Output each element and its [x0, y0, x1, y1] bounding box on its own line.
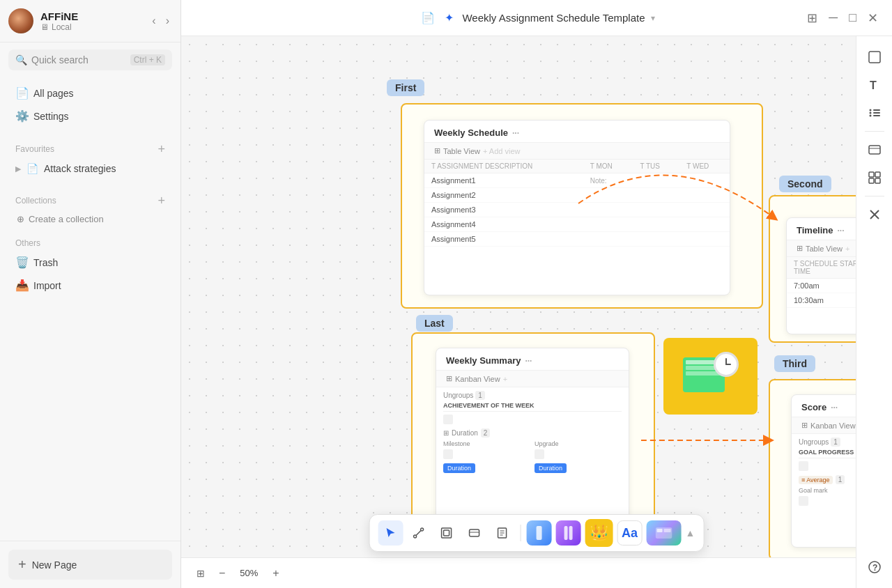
zoom-fit-button[interactable]: ⊞ [192, 566, 209, 580]
page-title: Weekly Assignment Schedule Template [462, 12, 645, 24]
doc-last-content: Ungroups 1 ACHIEVEMENT OF THE WEEK ⊞ Dur… [436, 387, 629, 477]
svg-point-23 [869, 115, 871, 117]
thumbnail-yellow [663, 338, 758, 415]
collections-section: Collections + ⊕ Create a collection [0, 183, 180, 233]
svg-rect-29 [869, 178, 874, 183]
zoom-bar: ⊞ − 50% + [181, 557, 856, 588]
sidebar-item-trash[interactable]: 🗑️ Trash [8, 251, 172, 274]
nav-back-button[interactable]: ‹ [149, 12, 158, 30]
label-last: Last [416, 315, 453, 332]
nav-forward-button[interactable]: › [163, 12, 172, 30]
right-tool-list-button[interactable] [862, 100, 887, 125]
favourites-header: Favourites + [8, 136, 172, 158]
favourites-add-button[interactable]: + [157, 143, 165, 155]
right-tool-rect-button[interactable] [862, 45, 887, 70]
doc-card-first[interactable]: Weekly Schedule ··· ⊞ Table View + Add v… [424, 120, 730, 295]
local-icon: 🖥 [40, 22, 49, 32]
sidebar-item-import[interactable]: 📥 Import [8, 274, 172, 297]
right-tool-sep-1 [865, 131, 884, 132]
sidebar-item-settings[interactable]: ⚙️ Settings [8, 105, 172, 127]
table-row: Assignment2 [424, 188, 730, 203]
all-pages-label: All pages [33, 88, 74, 99]
nav-arrows: ‹ › [149, 12, 172, 30]
right-tool-embed2-button[interactable] [862, 137, 887, 162]
edgeless-icon[interactable]: ✦ [442, 8, 456, 27]
col-wed: T WED [679, 160, 730, 173]
tool-color1-button[interactable] [527, 520, 552, 546]
right-tool-close-button[interactable] [862, 202, 887, 227]
new-page-label: New Page [32, 559, 77, 571]
duration-tag-1: Duration [443, 463, 475, 473]
tool-color3-button[interactable]: 👑 [585, 519, 613, 547]
trash-icon: 🗑️ [15, 256, 28, 269]
search-bar[interactable]: 🔍 Quick search Ctrl + K [8, 49, 172, 70]
right-tool-text-button[interactable]: T [862, 72, 887, 98]
close-button[interactable]: ✕ [865, 8, 881, 29]
zoom-in-button[interactable]: + [270, 564, 282, 582]
create-collection-label: Create a collection [29, 214, 104, 224]
sidebar-toggle-button[interactable]: ⊞ [804, 8, 820, 29]
doc-card-last[interactable]: Weekly Summary ··· ⊞ Kanban View + Ungro… [436, 348, 629, 536]
col-tus: T TUS [633, 160, 679, 173]
doc-second-title: Timeline [797, 225, 833, 235]
tool-pointer-button[interactable] [378, 520, 403, 546]
table-row: Assignment1 Note: [424, 173, 730, 188]
tool-frame-button[interactable] [434, 520, 459, 546]
tool-connector-button[interactable] [406, 520, 431, 546]
doc-first-subheader: ⊞ Table View + Add view [424, 143, 730, 160]
favourites-label: Favourites [15, 144, 54, 154]
logo-text-area: AFFiNE 🖥 Local [40, 10, 78, 32]
document-icon[interactable]: 📄 [418, 8, 438, 27]
tool-note-button[interactable] [490, 520, 515, 546]
import-icon: 📥 [15, 279, 28, 292]
new-page-button[interactable]: + New Page [8, 550, 172, 580]
search-shortcut: Ctrl + K [130, 54, 165, 65]
tool-color2-button[interactable] [556, 520, 581, 546]
svg-rect-25 [869, 146, 880, 154]
svg-rect-17 [869, 52, 880, 63]
doc-last-menu-icon: ··· [525, 356, 532, 366]
search-icon: 🔍 [15, 54, 27, 65]
doc-second-view: Table View [806, 245, 843, 253]
right-tool-grid-button[interactable] [862, 165, 887, 190]
tool-embed-button[interactable] [462, 520, 487, 546]
canvas-area[interactable]: First Second Last Third Weekly Schedule … [181, 36, 892, 588]
zoom-out-button[interactable]: − [216, 564, 228, 582]
import-label: Import [33, 280, 61, 291]
create-collection-button[interactable]: ⊕ Create a collection [10, 210, 171, 229]
doc-first-table: T ASSIGNMENT DESCRIPTION T MON T TUS T W… [424, 160, 730, 247]
svg-text:T: T [870, 79, 877, 91]
others-section: Others 🗑️ Trash 📥 Import [0, 233, 180, 297]
sidebar-header: AFFiNE 🖥 Local ‹ › [0, 0, 180, 42]
doc-first-menu-icon: ··· [512, 128, 519, 138]
search-label: Quick search [31, 54, 89, 65]
attack-strategies-label: Attack strategies [44, 163, 116, 174]
tool-font-button[interactable]: Aa [617, 520, 643, 546]
tool-template-button[interactable] [647, 520, 682, 546]
table-icon: ⊞ [434, 146, 440, 155]
topbar: 📄 ✦ Weekly Assignment Schedule Template … [181, 0, 892, 36]
doc-third-title: Score [801, 402, 826, 412]
logo-area: AFFiNE 🖥 Local [8, 8, 78, 33]
new-page-plus-icon: + [18, 557, 26, 573]
right-tool-help-button[interactable]: ? [862, 555, 887, 580]
doc-first-title: Weekly Schedule [434, 127, 508, 138]
app-name: AFFiNE [40, 10, 78, 22]
svg-text:?: ? [872, 563, 877, 573]
table-icon-2: ⊞ [797, 244, 803, 253]
svg-rect-22 [873, 112, 880, 114]
svg-rect-12 [564, 526, 568, 540]
minimize-button[interactable]: ─ [826, 8, 840, 28]
svg-rect-11 [537, 526, 542, 540]
logo-avatar [8, 8, 33, 33]
right-tools-panel: T ? [856, 36, 892, 588]
duration-tag-2: Duration [535, 463, 567, 473]
toolbar-collapse-button[interactable]: ▲ [686, 527, 695, 539]
maximize-button[interactable]: □ [846, 8, 859, 28]
sidebar-item-all-pages[interactable]: 📄 All pages [8, 82, 172, 105]
collections-add-button[interactable]: + [157, 194, 165, 207]
svg-rect-3 [442, 528, 452, 538]
others-label: Others [8, 233, 172, 251]
sidebar-item-attack-strategies[interactable]: ▶ 📄 Attack strategies [8, 158, 172, 179]
bottom-toolbar: 👑 Aa ▲ [369, 514, 705, 552]
